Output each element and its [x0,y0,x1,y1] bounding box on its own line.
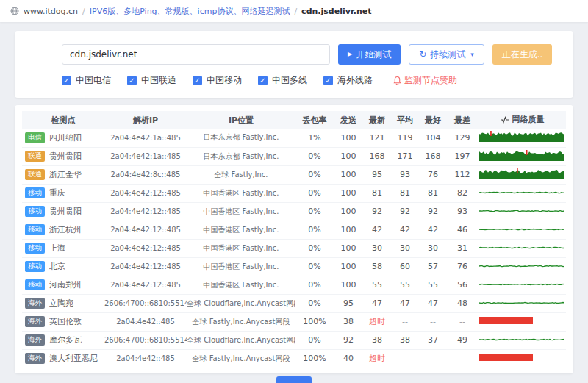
worst-ms: 31 [447,239,478,257]
carrier-badge: 海外 [25,353,45,364]
table-row: 联通 浙江金华 2a04:4e42:8c::485 全球 Fastly,Inc.… [22,165,566,184]
quality-sparkline [479,297,564,308]
table-row: 移动 浙江杭州 2a04:4e42:12::485 中国香港区 Fastly,I… [22,221,566,239]
breadcrumb-site[interactable]: www.itdog.cn [24,7,78,16]
latest-ms: 81 [363,184,391,202]
resolved-ip: 2a04:4e42:12::485 [104,184,187,202]
carrier-badge: 移动 [25,187,45,198]
best-ms: 168 [419,147,447,165]
checkbox-label: 海外线路 [337,74,373,87]
checkbox-line-1[interactable]: ✓中国联通 [127,74,176,87]
continuous-test-button[interactable]: ↻ 持续测试 ▾ [409,44,484,65]
node-name: 摩尔多瓦 [49,334,82,346]
breadcrumb-path[interactable]: IPV6版、多地Ping、常规版、icmp协议、网络延迟测试 [90,6,290,17]
generating-button[interactable]: 正在生成.. [492,44,553,65]
sent-count: 100 [334,147,363,165]
start-test-button[interactable]: ▶ 开始测试 [338,44,401,65]
header-latest: 最新 [363,111,391,129]
checkbox-line-3[interactable]: ✓中国多线 [258,74,307,87]
ip-location: 中国香港区 Fastly,Inc. [187,257,295,276]
latest-ms: 95 [363,165,391,184]
best-ms: 55 [419,276,447,294]
node-name: 上海 [49,243,65,254]
loss-rate: 1% [295,129,334,147]
resolved-ip: 2606:4700::6810:5514 [104,294,187,312]
resolved-ip: 2a04:4e42:12::485 [104,221,187,239]
header-best: 最好 [419,111,447,129]
breadcrumb-separator: / [82,7,85,16]
carrier-badge: 海外 [25,298,45,309]
loss-rate: 0% [295,165,334,184]
latest-ms: 超时 [363,312,391,331]
checkbox-line-4[interactable]: ✓海外线路 [323,74,373,87]
node-name: 重庆 [49,187,65,198]
bell-icon [393,76,401,85]
sent-count: 95 [334,294,363,312]
resolved-ip: 2a04:4e42:1a::485 [104,129,187,147]
carrier-badge: 移动 [25,206,45,217]
node-name: 贵州贵阳 [49,206,82,217]
ip-location: 中国香港区 Fastly,Inc. [187,276,295,294]
node-name: 浙江杭州 [49,224,82,235]
footer-button-partial[interactable] [276,376,312,383]
avg-ms: 119 [391,129,419,147]
carrier-badge: 移动 [25,279,45,290]
checkbox-checked-icon: ✓ [62,76,71,85]
checkbox-line-0[interactable]: ✓中国电信 [62,74,111,87]
breadcrumb: www.itdog.cn / IPV6版、多地Ping、常规版、icmp协议、网… [0,0,588,22]
best-ms: 37 [419,331,447,349]
header-network-quality: 网络质量 [478,111,566,129]
latest-ms: 超时 [363,349,391,368]
quality-sparkline [479,242,564,253]
resolved-ip: 2a04:4e42::485 [104,349,187,368]
best-ms: 57 [419,257,447,276]
node-name: 澳大利亚悉尼 [49,353,98,364]
avg-ms: 30 [391,239,419,257]
node-name: 立陶宛 [49,298,74,309]
table-row: 移动 河南郑州 2a04:4e42:12::485 中国香港区 Fastly,I… [22,276,566,294]
carrier-badge: 海外 [25,334,45,346]
worst-ms: 197 [447,147,478,165]
loss-rate: 100% [295,349,334,368]
table-row: 移动 北京 2a04:4e42:12::485 中国香港区 Fastly,Inc… [22,257,566,276]
ip-location: 全球 Fastly,Inc. [187,165,295,184]
latest-ms: 121 [363,129,391,147]
checkbox-label: 中国多线 [272,74,307,87]
latest-ms: 42 [363,221,391,239]
quality-sparkline [479,187,564,198]
refresh-icon: ↻ [419,50,426,59]
resolved-ip: 2a04:4e42:8c::485 [104,165,187,184]
host-input[interactable] [62,44,330,65]
latest-ms: 47 [363,294,391,312]
ip-location: 日本东京都 Fastly,Inc. [187,147,295,165]
sent-count: 100 [334,257,363,276]
quality-sparkline [479,260,564,271]
ip-location: 中国香港区 Fastly,Inc. [187,221,295,239]
header-resolved-ip: 解析IP [104,111,187,129]
header-sent: 发送 [334,111,363,129]
best-ms: 76 [419,165,447,184]
checkbox-checked-icon: ✓ [127,76,137,85]
checkbox-line-2[interactable]: ✓中国移动 [193,74,242,87]
breadcrumb-separator: / [294,7,297,16]
breadcrumb-target: cdn.jsdelivr.net [301,7,371,16]
worst-ms: -- [447,312,478,331]
header-loss-rate: 丢包率 [295,111,334,129]
header-ip-location: IP位置 [187,111,295,129]
quality-sparkline [479,223,564,235]
table-row: 海外 摩尔多瓦 2606:4700::6810:5514 全球 Cloudfla… [22,331,566,349]
resolved-ip: 2a04:4e42:12::485 [104,202,187,221]
sponsor-link[interactable]: 监测节点赞助 [393,74,457,87]
sent-count: 100 [334,184,363,202]
sent-count: 100 [334,202,363,221]
activity-icon [500,116,509,124]
ip-location: 全球 Cloudflare,Inc.Anycast网段 [187,331,295,349]
best-ms: 42 [419,221,447,239]
worst-ms: 46 [447,221,478,239]
loss-rate: 0% [295,147,334,165]
node-name: 贵州贵阳 [49,151,82,162]
loss-rate: 0% [295,202,334,221]
ip-location: 全球 Cloudflare,Inc.Anycast网段 [187,294,295,312]
header-avg: 平均 [391,111,419,129]
node-name: 北京 [49,261,65,272]
